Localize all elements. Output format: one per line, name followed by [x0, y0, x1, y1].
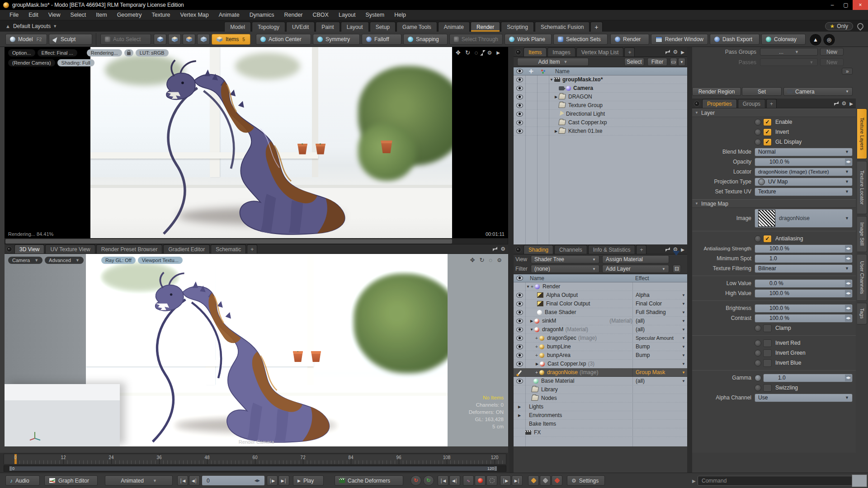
menu-item-layout[interactable]: Layout: [334, 12, 361, 18]
add-key-button[interactable]: [528, 475, 539, 486]
channel-dot-icon[interactable]: [755, 129, 761, 136]
maximize-panel-icon[interactable]: [665, 247, 670, 252]
menu-item-animate[interactable]: Animate: [214, 12, 245, 18]
layout-tab-animate[interactable]: Animate: [438, 22, 470, 32]
visibility-eye-icon[interactable]: [516, 77, 523, 82]
brightness-field[interactable]: 100.0 %◀▶: [755, 304, 853, 313]
viewport-texture-toggle[interactable]: Viewport Textu...: [138, 257, 183, 264]
add-layer-dropdown[interactable]: Add Layer▼: [602, 265, 669, 273]
channel-dot-icon[interactable]: [755, 360, 761, 366]
invert-blue-checkbox[interactable]: ✓: [763, 359, 772, 367]
list-mode-icon[interactable]: ⊟: [673, 265, 681, 273]
alpha-channel-dropdown[interactable]: Use▼: [755, 394, 853, 402]
expand-arrow-icon[interactable]: ▶: [517, 405, 522, 409]
channel-dot-icon[interactable]: [755, 139, 761, 145]
select-through-button[interactable]: Select Through: [449, 34, 503, 45]
model-mode-button[interactable]: ModelF2: [5, 34, 47, 45]
layout-tab-render[interactable]: Render: [471, 22, 500, 32]
camera-selector-dropdown[interactable]: Camera▼: [783, 87, 853, 96]
filter-button[interactable]: Filter: [647, 58, 667, 66]
texture-filtering-dropdown[interactable]: Bilinear▼: [755, 264, 853, 273]
menu-item-item[interactable]: Item: [91, 12, 112, 18]
visibility-eye-icon[interactable]: [516, 327, 523, 332]
visibility-eye-icon[interactable]: [516, 319, 523, 324]
shading-style-selector[interactable]: Advanced▼: [45, 257, 84, 264]
shader-row-alpha-output[interactable]: Alpha Output Alpha▼: [514, 291, 687, 300]
visibility-eye-icon[interactable]: [516, 129, 523, 134]
panel-thumb-icon[interactable]: [6, 246, 12, 252]
shader-row-bunparea[interactable]: + bunpArea Bump▼: [514, 351, 687, 360]
tab-shading[interactable]: Shading: [524, 245, 553, 254]
menu-item-render[interactable]: Render: [279, 12, 308, 18]
render-camera-selector[interactable]: (Render Camera): [8, 59, 55, 66]
go-to-start-button[interactable]: │◀: [177, 475, 188, 486]
view-mode-dropdown[interactable]: Shader Tree▼: [531, 255, 599, 263]
invert-red-checkbox[interactable]: ✓: [763, 339, 772, 347]
item-row-directional-light[interactable]: Directional Light: [514, 110, 687, 118]
zoom-icon[interactable]: ◌: [475, 49, 478, 56]
item-row-dragon[interactable]: ▶ DRAGON: [514, 93, 687, 101]
go-to-end-button[interactable]: ▶│: [278, 475, 289, 486]
visibility-eye-icon[interactable]: [516, 94, 523, 99]
minimize-button[interactable]: –: [826, 0, 839, 10]
shader-row-final-color-output[interactable]: Final Color Output Final Color▼: [514, 300, 687, 308]
play-button[interactable]: ▶Play: [293, 475, 324, 486]
foundry-logo-icon[interactable]: ◎: [823, 33, 835, 46]
viewport-flyout-icon[interactable]: ▶: [496, 50, 500, 55]
vertices-mode-button[interactable]: [154, 34, 166, 45]
shader-row-sinkm[interactable]: ▶ sinkM(Material) (all)▼: [514, 317, 687, 325]
delete-key-button[interactable]: [552, 475, 562, 486]
falloff-button[interactable]: Falloff: [362, 34, 401, 45]
menu-item-select[interactable]: Select: [66, 12, 91, 18]
item-row-kitchen[interactable]: ▶ Kitchen 01.lxe: [514, 127, 687, 136]
action-center-button[interactable]: Action Center: [256, 34, 311, 45]
render-button[interactable]: Render: [610, 34, 649, 45]
panel-flyout-icon[interactable]: ▶: [681, 50, 684, 55]
auto-key-animated-button[interactable]: ↻: [423, 475, 434, 486]
menu-item-dynamics[interactable]: Dynamics: [245, 12, 279, 18]
selection-sets-button[interactable]: Selection Sets: [553, 34, 608, 45]
pan-icon[interactable]: ✥: [456, 49, 461, 56]
3d-viewport[interactable]: Camera▼ Advanced▼ Ray GL: Off Viewport T…: [5, 254, 508, 446]
clamp-checkbox[interactable]: ✓: [763, 324, 772, 332]
channel-dot-icon[interactable]: [755, 325, 761, 332]
layout-tab-game-tools[interactable]: Game Tools: [396, 22, 437, 32]
tab-items[interactable]: Items: [524, 47, 547, 56]
swizzling-checkbox[interactable]: ✓: [763, 384, 772, 392]
low-value-field[interactable]: 0.0 %◀▶: [755, 279, 853, 288]
side-tab-user-channels[interactable]: User Channels: [857, 254, 867, 301]
shader-row-bake-items[interactable]: Bake Items: [514, 420, 687, 428]
high-value-field[interactable]: 100.0 %◀▶: [755, 289, 853, 298]
maximize-panel-icon[interactable]: [665, 50, 670, 54]
expand-arrow-icon[interactable]: ▶: [534, 362, 540, 366]
render-region-button[interactable]: Render Region: [692, 87, 741, 96]
tab-render-preset-browser[interactable]: Render Preset Browser: [96, 244, 163, 253]
foundry-share-icon[interactable]: ▲: [809, 33, 822, 46]
visibility-eye-icon[interactable]: [516, 344, 523, 349]
materials-mode-button[interactable]: [197, 34, 210, 45]
expand-arrow-icon[interactable]: ▼: [525, 285, 531, 289]
command-flyout-icon[interactable]: ▶: [692, 479, 698, 483]
visibility-eye-icon[interactable]: [516, 112, 523, 117]
add-layout-tab-button[interactable]: +: [590, 22, 602, 32]
next-key-button[interactable]: │▶: [500, 475, 511, 486]
menu-item-vertex-map[interactable]: Vertex Map: [175, 12, 214, 18]
add-view-tab-button[interactable]: +: [247, 244, 257, 253]
zoom-icon[interactable]: ◌: [489, 257, 493, 263]
layout-tab-topology[interactable]: Topology: [252, 22, 285, 32]
new-pass-button[interactable]: New: [820, 58, 844, 66]
filter-funnel-icon[interactable]: [673, 256, 680, 262]
visibility-eye-icon[interactable]: [516, 361, 523, 366]
pass-groups-dropdown[interactable]: ...▼: [760, 48, 818, 56]
view-type-selector[interactable]: Camera▼: [8, 257, 42, 264]
item-row-cast-copper[interactable]: Cast Copper.lxp: [514, 118, 687, 127]
visibility-eye-icon[interactable]: [516, 103, 523, 108]
next-key-alt-button[interactable]: ▶│: [512, 475, 523, 486]
panel-thumb-icon[interactable]: [515, 247, 521, 253]
effect-selector[interactable]: Effect: Final ...: [38, 49, 77, 56]
key-record-button[interactable]: [475, 475, 486, 486]
tab-images[interactable]: Images: [547, 47, 575, 56]
visibility-eye-icon[interactable]: [516, 336, 523, 341]
layout-tab-model[interactable]: Model: [224, 22, 251, 32]
items-mode-button[interactable]: Items5: [212, 34, 250, 45]
